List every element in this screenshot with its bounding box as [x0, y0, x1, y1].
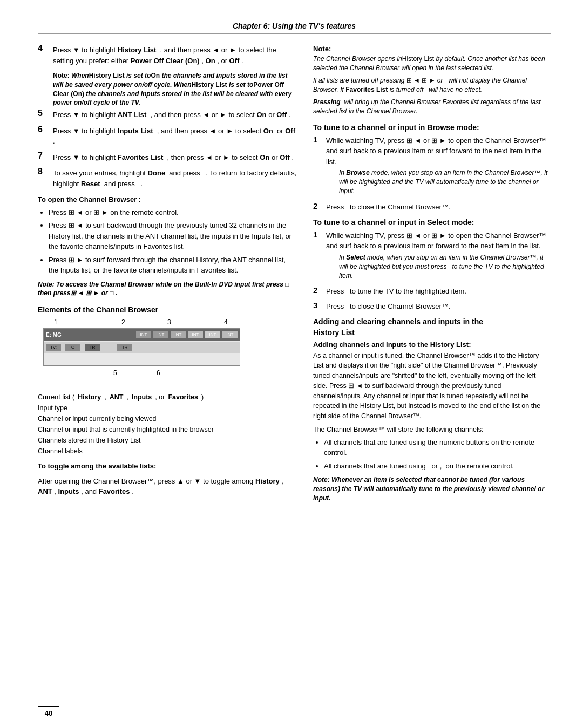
select-step-1-content: While watching TV, press ⊞ ◄ or ⊞ ► to o… [326, 230, 551, 282]
adding-sub-heading: Adding channels and inputs to the Histor… [313, 341, 551, 349]
note-label: Note: [313, 45, 551, 53]
browse-step-1: 1 While watching TV, press ⊞ ◄ or ⊞ ► to… [313, 135, 551, 198]
step-6: 6 Press ▼ to highlight Inputs List , and… [38, 126, 297, 147]
diagram-icon-1: INT [136, 331, 151, 338]
diagram-display: E: MG INT INT INT INT INT INT TV: [43, 328, 240, 366]
diagram-label-6: 6 [157, 369, 160, 377]
history-bullet-2: All channels that are tuned using or , o… [324, 461, 551, 472]
browse-mode-heading: To tune to a channel or input in Browse … [313, 123, 551, 133]
select-step-num-1: 1 [313, 230, 326, 239]
step-8: 8 To save your entries, highlight Done a… [38, 168, 297, 189]
note-line-3: Pressing will bring up the Channel Brows… [313, 98, 551, 117]
diagram-ch-3: TR [85, 344, 100, 351]
diagram-header-text: E: MG [46, 332, 136, 338]
browse-step-2: 2 Press to close the Channel Browser™. [313, 202, 551, 213]
diagram-label-5: 5 [113, 369, 117, 377]
history-section-heading: Adding and clearing channels and inputs … [313, 317, 551, 338]
note-line-1: The Channel Browser opens inHistory List… [313, 55, 551, 73]
history-body-1: As a channel or input is tuned, the Chan… [313, 351, 551, 421]
history-sub-body: The Channel Browser™ will store the foll… [313, 425, 551, 435]
right-column: Note: The Channel Browser opens inHistor… [313, 45, 551, 506]
toggle-heading: To toggle among the available lists: [38, 461, 297, 472]
note-line-2: If all lists are turned off pressing ⊞ ◄… [313, 76, 551, 95]
diagram-header: E: MG INT INT INT INT INT INT [44, 329, 240, 341]
diagram-label-2: 2 [121, 318, 125, 326]
caption-2: Input type [38, 403, 297, 413]
step-7-content: Press ▼ to highlight Favorites List , th… [53, 152, 297, 163]
diagram-icon-4: INT [188, 331, 203, 338]
step-4-note: Note: WhenHistory List is set toOn the c… [53, 71, 297, 107]
step-num-7: 7 [38, 151, 53, 161]
history-bullet-1: All channels that are tuned using the nu… [324, 437, 551, 458]
select-step-2: 2 Press to tune the TV to the highlighte… [313, 286, 551, 297]
step-4-content: Press ▼ to highlight History List , and … [53, 45, 297, 66]
step-8-content: To save your entries, highlight Done and… [53, 168, 297, 189]
page: Chapter 6: Using the TV's features 4 Pre… [0, 0, 583, 728]
diagram-channel-row: TV: C TR TR [44, 342, 240, 353]
diagram-ch-2: C [65, 344, 80, 351]
step-4: 4 Press ▼ to highlight History List , an… [38, 45, 297, 66]
diagram-label-4: 4 [224, 318, 228, 326]
bullet-forward: Press ⊞ ► to surf forward through the ch… [49, 255, 297, 276]
dvd-note: Note: To access the Channel Browser whil… [38, 280, 297, 298]
step-num-5: 5 [38, 108, 53, 118]
select-step-3-content: Press to close the Channel Browser™. [326, 301, 551, 312]
caption-3: Channel or input currently being viewed [38, 413, 297, 424]
step-7: 7 Press ▼ to highlight Favorites List , … [38, 152, 297, 163]
step-6-content: Press ▼ to highlight Inputs List , and t… [53, 126, 297, 147]
diagram-ch-4: TR [117, 344, 132, 351]
select-step-num-2: 2 [313, 285, 326, 295]
diagram-icon-2: INT [153, 331, 168, 338]
left-column: 4 Press ▼ to highlight History List , an… [38, 45, 297, 506]
diagram-ch-1: TV: [46, 344, 61, 351]
diagram-icon-6: INT [222, 331, 238, 338]
caption-6: Channel labels [38, 446, 297, 457]
browse-step-2-content: Press to close the Channel Browser™. [326, 202, 551, 213]
diagram-label-3: 3 [167, 318, 171, 326]
diagram-label-1: 1 [54, 318, 58, 326]
select-mode-heading: To tune to a channel or input in Select … [313, 217, 551, 228]
browse-step-num-1: 1 [313, 135, 326, 144]
open-channel-browser-heading: To open the Channel Browser : [38, 194, 297, 205]
bullet-remote: Press ⊞ ◄ or ⊞ ► on the remote control. [49, 207, 297, 218]
select-step-2-content: Press to tune the TV to the highlighted … [326, 286, 551, 297]
right-note-top: Note: The Channel Browser opens inHistor… [313, 45, 551, 116]
diagram-header-icons: INT INT INT INT INT INT [136, 331, 238, 338]
select-step-1-note: In Select mode, when you stop on an item… [339, 253, 551, 280]
toggle-text: After opening the Channel Browser™, pres… [38, 476, 297, 497]
select-step-1: 1 While watching TV, press ⊞ ◄ or ⊞ ► to… [313, 230, 551, 282]
step-num-8: 8 [38, 167, 53, 176]
diagram-icon-5: INT [205, 331, 220, 338]
channel-browser-diagram: 1 2 3 4 E: MG INT INT INT INT INT [38, 318, 243, 389]
caption-4: Channel or input that is currently highl… [38, 424, 297, 435]
select-step-3: 3 Press to close the Channel Browser™. [313, 301, 551, 312]
step-5-content: Press ▼ to highlight ANT List , and then… [53, 110, 297, 120]
step-num-4: 4 [38, 44, 53, 53]
elements-heading: Elements of the Channel Browser [38, 305, 297, 314]
diagram-captions: Current list (History , ANT , Inputs , o… [38, 392, 297, 457]
step-5: 5 Press ▼ to highlight ANT List , and th… [38, 110, 297, 120]
page-number: 40 [38, 706, 59, 717]
chapter-title: Chapter 6: Using the TV's features [38, 22, 551, 34]
bullet-backward: Press ⊞ ◄ to surf backward through the p… [49, 220, 297, 252]
diagram-icon-3: INT [171, 331, 186, 338]
caption-5: Channels stored in the History List [38, 435, 297, 446]
select-step-num-3: 3 [313, 301, 326, 310]
browse-step-num-2: 2 [313, 201, 326, 210]
open-channel-browser-list: Press ⊞ ◄ or ⊞ ► on the remote control. … [38, 207, 297, 276]
browse-step-1-content: While watching TV, press ⊞ ◄ or ⊞ ► to o… [326, 135, 551, 198]
browse-step-1-note: In Browse mode, when you stop on an item… [339, 168, 551, 195]
caption-1: Current list (History , ANT , Inputs , o… [38, 392, 297, 403]
history-final-note: Note: Whenever an item is selected that … [313, 475, 551, 502]
step-num-6: 6 [38, 125, 53, 134]
history-bullets: All channels that are tuned using the nu… [313, 437, 551, 472]
